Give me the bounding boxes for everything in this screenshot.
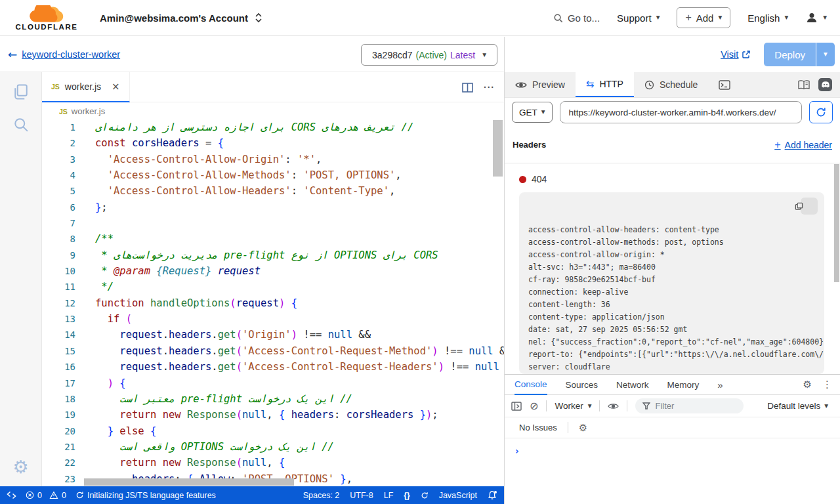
cloudflare-logo[interactable]: CLOUDFLARE [10,5,83,31]
tab-console[interactable]: Console [514,375,547,395]
add-header-button[interactable]: + Add header [774,139,832,151]
top-nav-right: Go to... Support ▼ + Add ▼ English ▼ ▼ [553,7,827,28]
code-line[interactable]: 16 request.headers.get('Access-Control-R… [42,359,504,375]
code-line[interactable]: 15 request.headers.get('Access-Control-R… [42,343,504,359]
tab-schedule[interactable]: Schedule [634,72,708,97]
remote-indicator-icon[interactable] [7,491,16,499]
more-actions-icon[interactable]: ··· [484,82,495,93]
version-dropdown[interactable]: 3a298cd7 (Active) Latest ▼ [361,44,497,66]
split-editor-icon[interactable] [462,83,473,93]
tab-actions: ··· [462,72,495,102]
deploy-header: Visit Deploy ▼ [505,37,840,72]
kebab-menu-icon[interactable]: ⋮ [822,379,832,390]
response-header-line: nel: {"success_fraction":0,"report_to":"… [528,336,815,348]
response-header-line: date: sat, 27 sep 2025 05:56:52 gmt [528,324,815,336]
code-line[interactable]: 7 [42,215,504,231]
log-levels-dropdown[interactable]: Default levels ▼ [767,401,833,411]
language-status[interactable]: Initializing JS/TS language features [75,491,216,500]
request-url-input[interactable] [560,101,802,123]
response-header-line: server-timing: cfl4;desc="?proto=tcp&rtt… [528,373,815,374]
code-line[interactable]: 5 'Access-Control-Allow-Headers': 'Conte… [42,183,504,199]
code-line[interactable]: 17 ) { [42,375,504,391]
deploy-options-button[interactable]: ▼ [816,43,835,66]
code-line[interactable]: 9 * مدیریت درخواست‌های pre-flight از نوع… [42,247,504,263]
tab-http[interactable]: ⇆ HTTP [576,72,634,97]
devtools-settings-icon[interactable]: ⚙ [803,379,812,390]
account-switcher[interactable]: Amin@websima.com's Account [100,12,262,24]
send-request-button[interactable] [809,101,833,123]
filter-input[interactable]: Filter [635,398,744,413]
sidebar-toggle-icon[interactable] [511,402,522,411]
go-to-search[interactable]: Go to... [553,12,600,24]
files-icon[interactable] [12,83,30,101]
editor-vertical-scrollbar[interactable] [493,120,503,177]
editor-horizontal-scrollbar[interactable] [84,478,294,486]
issues-settings-icon[interactable]: ⚙ [579,422,587,434]
tab-memory[interactable]: Memory [667,375,700,395]
language-mode[interactable]: JavaScript [439,491,477,500]
context-dropdown[interactable]: Worker ▼ [555,401,591,411]
editor-breadcrumb[interactable]: JS worker.js [42,103,504,119]
method-dropdown[interactable]: GET ▼ [512,102,553,123]
language-menu[interactable]: English ▼ [747,12,788,24]
search-sidebar-icon[interactable] [12,116,30,134]
tab-network[interactable]: Network [616,375,649,395]
eol-setting[interactable]: LF [384,491,394,500]
chevron-down-icon: ▼ [824,52,828,57]
tab-worker-js[interactable]: JS worker.js × [42,72,130,102]
console-output[interactable]: › [505,438,840,504]
code-line[interactable]: 13 if ( [42,311,504,327]
code-line[interactable]: 14 request.headers.get('Origin') !== nul… [42,327,504,343]
code-line[interactable]: 8/** [42,231,504,247]
code-line[interactable]: 1// تعریف هدرهای CORS برای اجازه دسترسی … [42,119,504,135]
sync-icon[interactable] [421,492,429,499]
braces-icon[interactable]: {} [404,491,410,500]
code-line[interactable]: 22 return new Response(null, { [42,455,504,471]
code-line[interactable]: 3 'Access-Control-Allow-Origin': '*', [42,152,504,167]
encoding-setting[interactable]: UTF-8 [350,491,373,500]
panel-scrollbar[interactable] [834,164,839,282]
copy-button[interactable] [801,198,818,215]
settings-gear-icon[interactable]: ⚙ [12,458,28,476]
line-text: return new Response(null, { [95,455,285,471]
code-line[interactable]: 11 */ [42,279,504,295]
code-line[interactable]: 18 // این یک درخواست pre-flight معتبر اس… [42,391,504,407]
response-header-line: content-length: 36 [528,299,815,311]
line-text: request.headers.get('Access-Control-Requ… [95,343,504,359]
notifications-bell-icon[interactable] [488,490,497,500]
deploy-button[interactable]: Deploy [764,43,816,66]
tab-preview[interactable]: Preview [505,72,576,97]
support-menu[interactable]: Support ▼ [617,12,660,24]
code-editor[interactable]: 1// تعریف هدرهای CORS برای اجازه دسترسی … [42,119,504,486]
problems-indicator[interactable]: 0 0 [26,491,66,500]
indentation-setting[interactable]: Spaces: 2 [303,491,340,500]
user-menu[interactable]: ▼ [805,11,827,24]
tab-sources[interactable]: Sources [566,375,598,395]
watch-eye-icon[interactable] [608,402,619,410]
close-icon[interactable]: × [112,81,120,93]
tab-terminal[interactable] [708,72,741,97]
worker-name-link[interactable]: keyword-cluster-worker [22,49,120,60]
code-line[interactable]: 21 // این یک درخواست OPTIONS واقعی است [42,439,504,455]
status-code: 404 [532,174,547,184]
code-line[interactable]: 19 return new Response(null, { headers: … [42,407,504,423]
code-line[interactable]: 20 } else { [42,423,504,439]
code-line[interactable]: 12function handleOptions(request) { [42,295,504,311]
plus-icon: + [774,139,780,151]
code-line[interactable]: 6}; [42,200,504,215]
code-line[interactable]: 10 * @param {Request} request [42,263,504,279]
clear-console-icon[interactable]: ⊘ [530,400,538,412]
docs-book-icon[interactable] [797,79,810,91]
visit-label: Visit [721,49,738,60]
more-tabs-icon[interactable]: » [717,379,723,390]
chevron-down-icon: ▼ [588,404,592,409]
no-issues-label[interactable]: No Issues [519,423,557,432]
code-line[interactable]: 4 'Access-Control-Allow-Methods': 'POST,… [42,167,504,183]
add-button[interactable]: + Add ▼ [677,7,730,28]
line-number: 4 [42,167,75,183]
code-line[interactable]: 2const corsHeaders = { [42,135,504,151]
response-header-line: connection: keep-alive [528,286,815,299]
breadcrumb[interactable]: ← keyword-cluster-worker [8,48,120,61]
visit-link[interactable]: Visit [721,49,751,60]
discord-icon[interactable] [818,78,832,91]
